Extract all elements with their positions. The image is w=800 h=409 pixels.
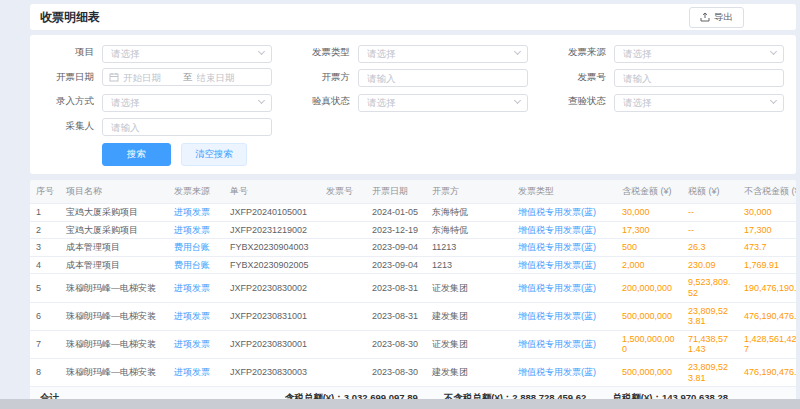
cell-invoice-no bbox=[320, 274, 366, 302]
filter-invoice-type-label: 发票类型 bbox=[298, 46, 350, 59]
cell-no: 1 bbox=[30, 204, 60, 222]
table-row: 4 成本管理项目 费用台账 FYBX20230902005 2023-09-04… bbox=[30, 256, 796, 274]
cell-net: 30,000 bbox=[738, 204, 796, 222]
filter-project-label: 项目 bbox=[42, 46, 94, 59]
cell-net: 1,769.91 bbox=[738, 256, 796, 274]
cell-project: 宝鸡大厦采购项目 bbox=[60, 204, 168, 222]
filter-issuer-label: 开票方 bbox=[298, 71, 350, 84]
cell-amount: 1,500,000,000 bbox=[616, 330, 682, 358]
check-status-select-input[interactable] bbox=[614, 94, 784, 112]
verify-status-select-input[interactable] bbox=[358, 94, 528, 112]
invoice-no-input[interactable] bbox=[614, 69, 784, 87]
invoice-source-select-input[interactable] bbox=[614, 45, 784, 63]
cell-no: 3 bbox=[30, 239, 60, 257]
filter-check-status: 查验状态 bbox=[554, 92, 784, 112]
cell-date: 2023-09-04 bbox=[366, 239, 426, 257]
invoice-source-select[interactable] bbox=[614, 43, 784, 63]
cell-source: 进项发票 bbox=[168, 221, 224, 239]
filter-verify-status: 验真状态 bbox=[298, 92, 528, 112]
cell-date: 2024-01-05 bbox=[366, 204, 426, 222]
collector-input-wrap[interactable] bbox=[102, 117, 272, 137]
date-range-separator: 至 bbox=[183, 71, 193, 84]
cell-tax: 230.09 bbox=[682, 256, 738, 274]
cell-tax: 71,438,571.43 bbox=[682, 330, 738, 358]
cell-source: 进项发票 bbox=[168, 330, 224, 358]
clear-search-button[interactable]: 清空搜索 bbox=[181, 143, 247, 166]
table-row: 8 珠穆朗玛峰—电梯安装 进项发票 JXFP20230830003 2023-0… bbox=[30, 359, 796, 387]
cell-date: 2023-09-04 bbox=[366, 256, 426, 274]
invoice-type-select-input[interactable] bbox=[358, 45, 528, 63]
filter-check-status-label: 查验状态 bbox=[554, 95, 606, 108]
verify-status-select[interactable] bbox=[358, 92, 528, 112]
cell-amount: 2,000 bbox=[616, 256, 682, 274]
cell-net: 1,428,561,428.57 bbox=[738, 330, 796, 358]
filter-grid: 项目 发票类型 发票来源 bbox=[42, 43, 784, 136]
cell-tax: 23,809,523.81 bbox=[682, 359, 738, 387]
cell-tax: -- bbox=[682, 204, 738, 222]
cell-order-no: FYBX20230904003 bbox=[224, 239, 320, 257]
cell-type: 增值税专用发票(蓝) bbox=[512, 359, 616, 387]
start-date-input[interactable] bbox=[123, 72, 179, 83]
cell-project: 珠穆朗玛峰—电梯安装 bbox=[60, 302, 168, 330]
filter-invoice-source-label: 发票来源 bbox=[554, 46, 606, 59]
cell-no: 5 bbox=[30, 274, 60, 302]
cell-invoice-no bbox=[320, 330, 366, 358]
filter-actions: 搜索 清空搜索 bbox=[42, 143, 784, 166]
entry-method-select-input[interactable] bbox=[102, 94, 272, 112]
cell-order-no: JXFP20230830003 bbox=[224, 359, 320, 387]
cell-tax: 9,523,809.52 bbox=[682, 274, 738, 302]
search-button[interactable]: 搜索 bbox=[102, 143, 171, 166]
cell-date: 2023-12-19 bbox=[366, 221, 426, 239]
cell-issuer: 东海特侃 bbox=[426, 204, 512, 222]
filter-verify-status-label: 验真状态 bbox=[298, 95, 350, 108]
invoice-no-input-wrap[interactable] bbox=[614, 68, 784, 88]
filter-project: 项目 bbox=[42, 43, 272, 63]
cell-project: 珠穆朗玛峰—电梯安装 bbox=[60, 330, 168, 358]
table-row: 7 珠穆朗玛峰—电梯安装 进项发票 JXFP20230830001 2023-0… bbox=[30, 330, 796, 358]
check-status-select[interactable] bbox=[614, 92, 784, 112]
column-header-tax: 税额 (¥) bbox=[682, 180, 738, 204]
cell-type: 增值税专用发票(蓝) bbox=[512, 302, 616, 330]
export-button-label: 导出 bbox=[714, 11, 733, 24]
column-header-net: 不含税金额 (¥) bbox=[738, 180, 796, 204]
filter-invoice-source: 发票来源 bbox=[554, 43, 784, 63]
filter-invoice-date: 开票日期 至 bbox=[42, 68, 272, 88]
cell-invoice-no bbox=[320, 221, 366, 239]
table-scroll-area[interactable]: 序号 项目名称 发票来源 单号 发票号 开票日期 开票方 发票类型 含税金额 (… bbox=[30, 180, 796, 387]
collector-input[interactable] bbox=[102, 118, 272, 136]
cell-issuer: 东海特侃 bbox=[426, 221, 512, 239]
project-select-input[interactable] bbox=[102, 45, 272, 63]
invoice-date-range-picker[interactable]: 至 bbox=[102, 68, 272, 86]
invoice-type-select[interactable] bbox=[358, 43, 528, 63]
issuer-input-wrap[interactable] bbox=[358, 68, 528, 88]
cell-type: 增值税专用发票(蓝) bbox=[512, 274, 616, 302]
column-header-type: 发票类型 bbox=[512, 180, 616, 204]
end-date-input[interactable] bbox=[197, 72, 253, 83]
cell-amount: 500,000,000 bbox=[616, 359, 682, 387]
cell-order-no: JXFP20230830002 bbox=[224, 274, 320, 302]
cell-amount: 500 bbox=[616, 239, 682, 257]
table-header-row: 序号 项目名称 发票来源 单号 发票号 开票日期 开票方 发票类型 含税金额 (… bbox=[30, 180, 796, 204]
cell-no: 8 bbox=[30, 359, 60, 387]
cell-amount: 17,300 bbox=[616, 221, 682, 239]
cell-order-no: FYBX20230902005 bbox=[224, 256, 320, 274]
issuer-input[interactable] bbox=[358, 69, 528, 87]
app-container: 收票明细表 导出 项目 发票类型 bbox=[30, 4, 796, 409]
cell-project: 珠穆朗玛峰—电梯安装 bbox=[60, 274, 168, 302]
cell-type: 增值税专用发票(蓝) bbox=[512, 221, 616, 239]
column-header-issuer: 开票方 bbox=[426, 180, 512, 204]
project-select[interactable] bbox=[102, 43, 272, 63]
cell-net: 190,476,190.48 bbox=[738, 274, 796, 302]
invoice-table-card: 序号 项目名称 发票来源 单号 发票号 开票日期 开票方 发票类型 含税金额 (… bbox=[30, 180, 796, 409]
cell-net: 17,300 bbox=[738, 221, 796, 239]
filter-invoice-no-label: 发票号 bbox=[554, 71, 606, 84]
export-button[interactable]: 导出 bbox=[689, 7, 744, 28]
cell-issuer: 11213 bbox=[426, 239, 512, 257]
cell-source: 费用台账 bbox=[168, 256, 224, 274]
entry-method-select[interactable] bbox=[102, 92, 272, 112]
cell-tax: 26.3 bbox=[682, 239, 738, 257]
column-header-order-no: 单号 bbox=[224, 180, 320, 204]
cell-order-no: JXFP20230830001 bbox=[224, 330, 320, 358]
filter-entry-method: 录入方式 bbox=[42, 92, 272, 112]
filter-entry-method-label: 录入方式 bbox=[42, 95, 94, 108]
